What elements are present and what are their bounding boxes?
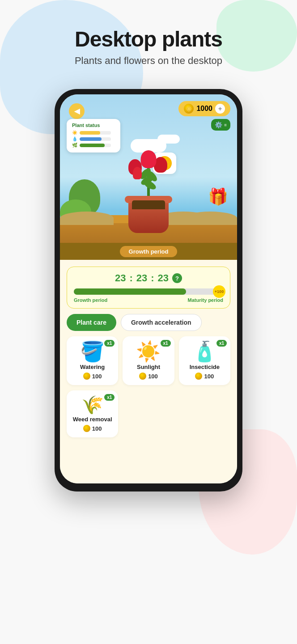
growth-bar-header: Growth period [60, 243, 237, 260]
ground-bump-1 [60, 212, 114, 225]
gift-icon[interactable]: 🎁 [208, 187, 228, 206]
rose-bud [133, 167, 142, 179]
timer-display: 23 : 23 : 23 ? [74, 272, 223, 284]
sunlight-icon: ☀️ [136, 342, 161, 361]
timer-colon-1: : [129, 272, 132, 284]
rose-center [141, 150, 157, 168]
help-icon: ? [175, 275, 179, 282]
progress-bar-container: +100 [74, 288, 223, 295]
price-coin-watering [83, 373, 90, 380]
care-item-weed-removal[interactable]: x1 🌾 Weed removal 100 [67, 390, 118, 437]
watering-price: 100 [83, 373, 102, 380]
care-row-single: x1 🌾 Weed removal 100 [67, 390, 230, 437]
tabs-row: Plant care Growth acceleration [67, 314, 230, 331]
watering-icon: 🪣 [80, 342, 105, 361]
qty-badge-sunlight: x1 [161, 340, 171, 347]
weed-removal-price: 100 [83, 425, 102, 432]
plant-status-card: Plant status ☀️ 💧 🌿 [67, 119, 120, 153]
leaf-bar-bg [80, 144, 111, 147]
sunlight-label: Sunlight [137, 364, 160, 370]
price-coin-weed [83, 425, 90, 432]
plant [122, 135, 175, 202]
status-title: Plant status [72, 123, 115, 128]
pot-body [128, 199, 169, 233]
qty-badge-watering: x1 [104, 340, 115, 347]
app-title: Desktop plants [9, 27, 288, 51]
qty-badge-weed: x1 [104, 394, 115, 401]
back-button[interactable]: ◀ [69, 103, 85, 119]
watering-label: Watering [80, 364, 105, 370]
growth-period-label: Growth period [74, 297, 107, 303]
phone-mockup: ◀ 🪙 1000 + Plant status ☀️ [0, 89, 297, 509]
insecticide-icon: 🧴 [192, 342, 217, 361]
pot-soil [132, 200, 165, 209]
app-subtitle: Plants and flowers on the desktop [9, 55, 288, 67]
water-bar-fill [80, 137, 102, 141]
timer-help-button[interactable]: ? [172, 273, 182, 283]
weed-removal-icon: 🌾 [81, 396, 104, 414]
list-icon: ≡ [224, 123, 227, 127]
price-coin-sunlight [139, 373, 146, 380]
plant-pot [117, 199, 180, 233]
tab-plant-care[interactable]: Plant care [67, 314, 116, 331]
insecticide-label: Insecticide [190, 364, 220, 370]
maturity-period-label: Maturity period [188, 297, 223, 303]
timer-seconds: 23 [158, 272, 169, 284]
status-row-leaf: 🌿 [72, 143, 115, 148]
weed-removal-label: Weed removal [73, 416, 112, 423]
phone-frame: ◀ 🪙 1000 + Plant status ☀️ [55, 89, 242, 491]
back-arrow-icon: ◀ [74, 107, 80, 115]
sunlight-price: 100 [139, 373, 158, 380]
price-coin-insecticide [195, 373, 202, 380]
timer-hours: 23 [115, 272, 126, 284]
timer-minutes: 23 [136, 272, 147, 284]
timer-colon-2: : [151, 272, 154, 284]
game-settings-icon[interactable]: ⚙️ ≡ [211, 119, 230, 131]
care-item-watering[interactable]: x1 🪣 Watering 100 [67, 336, 118, 385]
game-area: ◀ 🪙 1000 + Plant status ☀️ [60, 94, 237, 260]
progress-plus-badge: +100 [213, 285, 225, 298]
coin-display: 🪙 1000 + [178, 101, 230, 116]
timer-card: 23 : 23 : 23 ? +100 Growth peri [67, 267, 230, 309]
coin-amount: 1000 [196, 105, 212, 113]
growth-period-label: Growth period [120, 246, 178, 257]
bottom-panel: 23 : 23 : 23 ? +100 Growth peri [60, 260, 237, 483]
app-header: Desktop plants Plants and flowers on the… [0, 0, 297, 76]
care-items-grid: x1 🪣 Watering 100 x1 ☀ [67, 336, 230, 385]
tab-growth-acceleration[interactable]: Growth acceleration [121, 314, 202, 331]
plus-icon: + [218, 105, 222, 112]
sun-status-icon: ☀️ [72, 130, 77, 135]
leaf-bar-fill [80, 144, 105, 147]
sun-bar-fill [80, 131, 100, 135]
status-row-sun: ☀️ [72, 130, 115, 135]
add-coins-button[interactable]: + [215, 104, 225, 114]
coin-icon: 🪙 [184, 104, 194, 114]
sun-bar-bg [80, 131, 111, 135]
gear-icon: ⚙️ [215, 121, 222, 128]
gift-emoji: 🎁 [208, 187, 228, 206]
progress-labels: Growth period Maturity period [74, 297, 223, 303]
insecticide-price-value: 100 [204, 373, 214, 380]
phone-screen: ◀ 🪙 1000 + Plant status ☀️ [60, 94, 237, 483]
water-bar-bg [80, 137, 111, 141]
insecticide-price: 100 [195, 373, 214, 380]
sunlight-price-value: 100 [148, 373, 158, 380]
weed-removal-price-value: 100 [92, 425, 102, 432]
leaf-status-icon: 🌿 [72, 143, 77, 148]
care-item-sunlight[interactable]: x1 ☀️ Sunlight 100 [123, 336, 174, 385]
progress-bar-fill [74, 288, 186, 295]
qty-badge-insecticide: x1 [216, 340, 227, 347]
care-item-insecticide[interactable]: x1 🧴 Insecticide 100 [179, 336, 230, 385]
water-status-icon: 💧 [72, 136, 77, 141]
status-row-water: 💧 [72, 136, 115, 141]
watering-price-value: 100 [92, 373, 102, 380]
